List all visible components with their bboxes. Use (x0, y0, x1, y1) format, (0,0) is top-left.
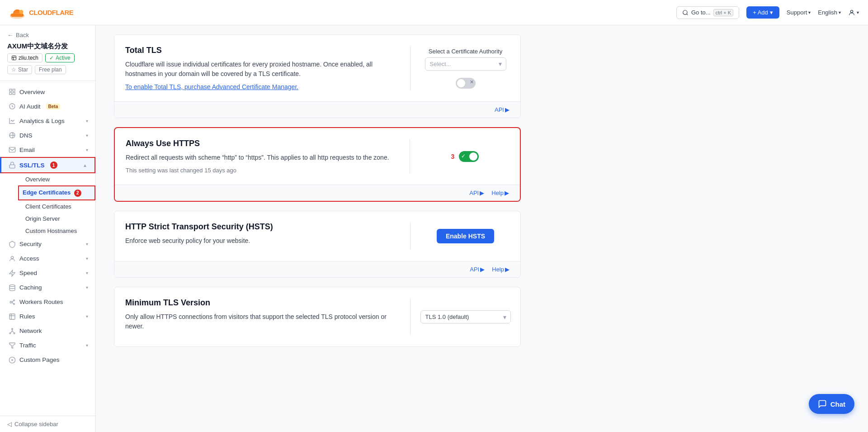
rules-chevron-icon: ▾ (86, 314, 88, 319)
hsts-footer: API ▶ Help ▶ (114, 261, 520, 277)
sidebar-item-security[interactable]: Security ▾ (0, 237, 95, 252)
total-tls-toggle[interactable]: ✕ (456, 78, 476, 89)
hsts-api-link[interactable]: API ▶ (470, 266, 485, 273)
hsts-title: HTTP Strict Transport Security (HSTS) (125, 222, 399, 232)
svg-point-15 (10, 301, 12, 303)
svg-rect-4 (12, 56, 16, 60)
email-chevron-icon: ▾ (86, 147, 88, 152)
sidebar-item-network[interactable]: Network (0, 324, 95, 338)
sidebar-item-origin-server[interactable]: Origin Server (18, 213, 95, 225)
sidebar-item-analytics[interactable]: Analytics & Logs ▾ (0, 114, 95, 128)
total-tls-card: Total TLS Cloudflare will issue individu… (114, 34, 521, 118)
user-icon (848, 9, 855, 16)
logo-text: CLOUDFLARE (29, 9, 73, 16)
hsts-body: HTTP Strict Transport Security (HSTS) En… (114, 211, 520, 261)
sidebar-item-rules[interactable]: Rules ▾ (0, 309, 95, 324)
select-ca-dropdown[interactable]: Select... (425, 57, 506, 71)
always-https-left: Always Use HTTPS Redirect all requests w… (126, 139, 399, 174)
min-tls-left: Minimum TLS Version Only allow HTTPS con… (125, 298, 399, 336)
back-arrow-icon: ← (7, 32, 13, 38)
svg-rect-11 (9, 147, 15, 152)
sidebar-item-ssl-overview[interactable]: Overview (18, 173, 95, 185)
chat-button[interactable]: Chat (809, 394, 854, 414)
sidebar-item-edge-certificates[interactable]: Edge Certificates 2 (18, 185, 95, 200)
nav-right: Go to... ctrl + K + Add ▾ Support Englis… (676, 6, 859, 19)
plan-tag[interactable]: Free plan (35, 65, 66, 74)
collapse-icon: ◁ (7, 421, 12, 427)
min-tls-body: Minimum TLS Version Only allow HTTPS con… (114, 287, 520, 347)
dns-icon (9, 132, 16, 139)
always-https-card: Always Use HTTPS Redirect all requests w… (114, 127, 521, 202)
ssl-chevron-icon: ▲ (83, 163, 87, 168)
content-inner: Total TLS Cloudflare will issue individu… (114, 34, 521, 347)
analytics-icon (9, 117, 16, 124)
sidebar-item-speed[interactable]: Speed ▾ (0, 266, 95, 280)
language-button[interactable]: English (818, 9, 841, 16)
select-ca-wrapper: Select... (425, 57, 506, 71)
main-content: Total TLS Cloudflare will issue individu… (96, 25, 868, 432)
total-tls-right: Select a Certificate Authority Select...… (410, 46, 509, 90)
sidebar-item-custom-hostnames[interactable]: Custom Hostnames (18, 225, 95, 237)
toggle-thumb (457, 79, 465, 87)
collapse-sidebar-button[interactable]: ◁ Collapse sidebar (0, 416, 95, 432)
enable-hsts-button[interactable]: Enable HSTS (437, 229, 494, 243)
support-button[interactable]: Support (787, 9, 811, 16)
svg-point-1 (19, 9, 24, 14)
security-chevron-icon: ▾ (86, 242, 88, 247)
sidebar-nav: Overview AI Audit Beta Analytics & Logs … (0, 81, 95, 416)
access-icon (9, 255, 16, 262)
always-https-api-link[interactable]: API ▶ (469, 190, 484, 196)
total-tls-link[interactable]: To enable Total TLS, purchase Advanced C… (125, 83, 298, 90)
security-icon (9, 241, 16, 248)
status-tag[interactable]: ✓ Active (45, 53, 75, 62)
user-button[interactable] (848, 9, 859, 16)
sidebar-item-custom-pages[interactable]: Custom Pages (0, 353, 95, 367)
min-tls-dropdown[interactable]: TLS 1.0 (default) TLS 1.1 TLS 1.2 TLS 1.… (420, 310, 511, 323)
domain-icon (11, 55, 17, 61)
sidebar-item-client-certificates[interactable]: Client Certificates (18, 200, 95, 213)
sidebar-item-caching[interactable]: Caching ▾ (0, 280, 95, 295)
sidebar-item-access[interactable]: Access ▾ (0, 252, 95, 266)
sidebar-item-ai-audit[interactable]: AI Audit Beta (0, 99, 95, 114)
back-button[interactable]: ← Back (7, 32, 88, 38)
svg-point-17 (14, 303, 15, 304)
beta-badge: Beta (46, 104, 61, 109)
sidebar-item-ssl-tls[interactable]: SSL/TLS 1 ▲ (0, 157, 95, 173)
hsts-help-link[interactable]: Help ▶ (492, 266, 509, 273)
always-https-footer: API ▶ Help ▶ (115, 185, 520, 201)
always-https-right: 3 ✓ (410, 139, 509, 174)
sidebar-item-traffic[interactable]: Traffic ▾ (0, 338, 95, 353)
svg-point-20 (14, 332, 15, 334)
chat-label: Chat (830, 400, 845, 408)
hsts-left: HTTP Strict Transport Security (HSTS) En… (125, 222, 399, 250)
toggle-thumb-on (469, 152, 477, 161)
cloudflare-logo-icon (9, 5, 25, 21)
toggle-x-icon: ✕ (470, 79, 474, 85)
access-chevron-icon: ▾ (86, 256, 88, 261)
sidebar-item-email[interactable]: Email ▾ (0, 142, 95, 157)
min-tls-right: TLS 1.0 (default) TLS 1.1 TLS 1.2 TLS 1.… (410, 298, 509, 336)
star-tag[interactable]: ☆ Star (7, 65, 32, 74)
total-tls-api-link[interactable]: API ▶ (495, 106, 509, 113)
hsts-description: Enforce web security policy for your web… (125, 236, 399, 246)
min-tls-card: Minimum TLS Version Only allow HTTPS con… (114, 287, 521, 347)
top-nav: CLOUDFLARE Go to... ctrl + K + Add ▾ Sup… (0, 0, 868, 25)
domain-tag[interactable]: zliu.tech (7, 53, 42, 62)
goto-button[interactable]: Go to... ctrl + K (676, 6, 739, 19)
speed-chevron-icon: ▾ (86, 271, 88, 275)
svg-point-21 (12, 359, 13, 361)
svg-point-3 (850, 10, 853, 12)
analytics-chevron-icon: ▾ (86, 119, 88, 123)
always-https-help-link[interactable]: Help ▶ (491, 190, 509, 196)
add-button[interactable]: + Add ▾ (746, 6, 779, 19)
sidebar-item-workers-routes[interactable]: Workers Routes (0, 295, 95, 309)
always-https-description: Redirect all requests with scheme “http”… (126, 153, 399, 162)
overview-icon (9, 88, 16, 95)
caching-chevron-icon: ▾ (86, 285, 88, 290)
svg-rect-5 (9, 89, 12, 91)
always-https-toggle[interactable]: ✓ (459, 151, 479, 162)
sidebar-item-dns[interactable]: DNS ▾ (0, 128, 95, 142)
sidebar-item-overview[interactable]: Overview (0, 85, 95, 99)
svg-point-16 (14, 299, 15, 301)
rules-icon (9, 313, 16, 320)
